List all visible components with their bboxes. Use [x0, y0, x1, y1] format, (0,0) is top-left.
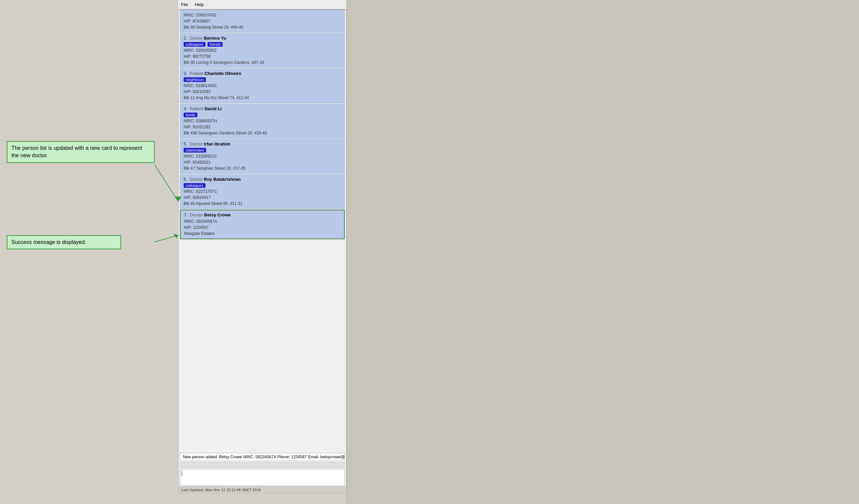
person-card-2-header: 2. Doctor Bernice Yu	[184, 36, 341, 41]
person-6-phone: H/P: 92624417	[184, 194, 341, 201]
person-5-tags: classmates	[184, 147, 341, 153]
menu-file[interactable]: File	[181, 2, 188, 7]
person-card-7-new[interactable]: 7. Doctor Betsy Crowe NRIC: S8234567A H/…	[180, 210, 345, 239]
person-6-nric: NRIC: S2271707C	[184, 189, 341, 194]
person-6-number: 6.	[184, 177, 189, 182]
tag-family-4: family	[184, 113, 197, 117]
tag-classmates-5: classmates	[184, 148, 206, 153]
person-2-tags: colleagues friends	[184, 42, 341, 47]
svg-line-0	[155, 164, 178, 202]
person-4-address: Blk 436 Serangoon Gardens Street 26, #16…	[184, 130, 341, 136]
person-2-address: Blk 30 Lorong 3 Serangoon Gardens, #07-1…	[184, 60, 341, 65]
partial-phone: H/P: 87438807	[184, 18, 341, 24]
person-7-role: Doctor	[190, 212, 204, 217]
person-6-address: Blk 45 Aljunied Street 85, #11-31	[184, 201, 341, 207]
person-7-nric: NRIC: S8234567A	[184, 218, 341, 224]
right-panel	[346, 0, 859, 504]
person-7-number: 7.	[184, 212, 189, 217]
person-4-nric: NRIC: S3860937H	[184, 118, 341, 124]
person-5-phone: H/P: 92492021	[184, 159, 341, 165]
person-3-nric: NRIC: S1861343C	[184, 83, 341, 89]
person-list-panel: NRIC: S36637432 H/P: 87438807 Blk 30 Gey…	[179, 10, 346, 493]
text-cursor	[182, 471, 182, 476]
person-6-tags: colleagues	[184, 183, 341, 189]
annotation-success: Success message is displayed.	[7, 235, 121, 249]
person-5-number: 5.	[184, 141, 189, 146]
person-2-number: 2.	[184, 36, 189, 41]
person-6-name: Roy Balakrishnan	[204, 177, 241, 182]
partial-nric: NRIC: S36637432	[184, 12, 341, 18]
person-7-name: Betsy Crowe	[204, 212, 231, 217]
person-3-phone: H/P: 93210283	[184, 89, 341, 95]
person-5-address: Blk 47 Tampines Street 20, #17-35	[184, 165, 341, 171]
person-3-number: 3.	[184, 71, 189, 76]
person-5-name: Irfan Ibrahim	[204, 141, 230, 146]
person-2-phone: H/P: 99272758	[184, 53, 341, 60]
person-3-tags: neighbours	[184, 77, 341, 83]
person-list-scroll[interactable]: NRIC: S36637432 H/P: 87438807 Blk 30 Gey…	[179, 10, 346, 452]
person-3-name: Charlotte Oliveiro	[205, 71, 241, 76]
person-card-7-header: 7. Doctor Betsy Crowe	[184, 212, 341, 217]
horizontal-scrollbar[interactable]	[180, 462, 345, 468]
person-card-partial-top: NRIC: S36637432 H/P: 87438807 Blk 30 Gey…	[180, 10, 345, 33]
person-3-address: Blk 11 Ang Mo Kio Street 74, #11-04	[184, 95, 341, 101]
person-card-6[interactable]: 6. Doctor Roy Balakrishnan colleagues NR…	[180, 174, 345, 209]
person-4-name: David Li	[205, 106, 222, 111]
person-7-address: Newgate Estates	[184, 231, 341, 237]
person-2-role: Doctor	[190, 36, 204, 41]
person-4-number: 4.	[184, 106, 189, 111]
person-3-role: Patient	[190, 71, 205, 76]
person-card-5[interactable]: 5. Doctor Irfan Ibrahim classmates NRIC:…	[180, 139, 345, 174]
person-card-5-header: 5. Doctor Irfan Ibrahim	[184, 141, 341, 146]
person-card-3-header: 3. Patient Charlotte Oliveiro	[184, 71, 341, 76]
person-2-name: Bernice Yu	[204, 36, 226, 41]
tag-friends-2: friends	[208, 42, 223, 47]
person-5-nric: NRIC: S1536921C	[184, 153, 341, 159]
person-2-nric: NRIC: S2810085Z	[184, 47, 341, 53]
person-card-2[interactable]: 2. Doctor Bernice Yu colleagues friends …	[180, 33, 345, 68]
person-card-6-header: 6. Doctor Roy Balakrishnan	[184, 177, 341, 182]
person-card-4[interactable]: 4. Patient David Li family NRIC: S386093…	[180, 104, 345, 139]
person-4-phone: H/P: 91031282	[184, 124, 341, 130]
svg-marker-3	[173, 234, 178, 239]
person-card-3[interactable]: 3. Patient Charlotte Oliveiro neighbours…	[180, 68, 345, 103]
person-4-tags: family	[184, 112, 341, 118]
person-4-role: Patient	[190, 106, 205, 111]
annotation-success-text: Success message is displayed.	[12, 239, 86, 245]
partial-address: Blk 30 Geylang Street 29, #06-40	[184, 24, 341, 30]
tag-colleagues-6: colleagues	[184, 183, 206, 188]
person-6-role: Doctor	[190, 177, 204, 182]
person-card-4-header: 4. Patient David Li	[184, 106, 341, 111]
person-5-role: Doctor	[190, 141, 204, 146]
annotation-person-list: The person list is updated with a new ca…	[7, 141, 155, 163]
annotation-person-list-text: The person list is updated with a new ca…	[12, 145, 142, 158]
menu-help[interactable]: Help	[195, 2, 204, 7]
tag-neighbours-3: neighbours	[184, 77, 206, 82]
main-window: NRIC: S36637432 H/P: 87438807 Blk 30 Gey…	[178, 10, 346, 493]
input-area[interactable]	[180, 469, 345, 486]
person-7-phone: H/P: 1234567	[184, 224, 341, 231]
status-message-bar: New person added: Betsy Crowe NRIC: S823…	[180, 453, 345, 461]
last-updated-bar: Last Updated: Mon Nov 12 15:12:48 SRET 2…	[179, 487, 346, 493]
svg-line-2	[155, 235, 178, 242]
person-list-container: NRIC: S36637432 H/P: 87438807 Blk 30 Gey…	[179, 10, 346, 452]
menu-bar: File Help	[178, 0, 346, 10]
tag-colleagues-2: colleagues	[184, 42, 206, 47]
